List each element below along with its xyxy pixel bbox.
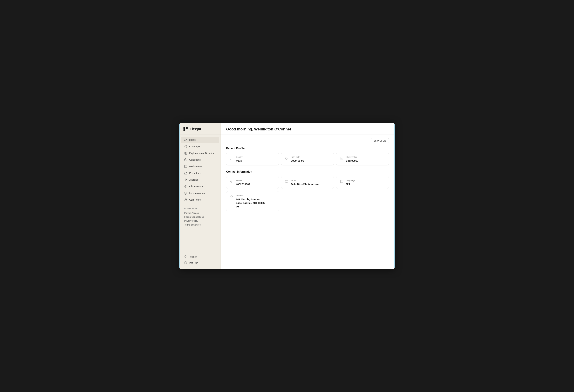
svg-point-17: [231, 157, 232, 158]
logo-area: Flexpa: [180, 123, 221, 135]
learn-more-section: LEARN MORE Patient Access Flexpa Connect…: [180, 205, 221, 227]
nav-label-coverage: Coverage: [189, 145, 200, 148]
svg-point-19: [341, 158, 341, 159]
heart-icon: [285, 157, 288, 160]
address-value: 747 Murphy Summit Lake Gabriel, MO 05855…: [236, 197, 265, 208]
contact-information-section: Contact Information Phone 4032613602: [226, 170, 389, 211]
svg-point-14: [185, 186, 186, 187]
refresh-icon: [184, 255, 187, 258]
gender-value: male: [236, 159, 243, 162]
eye-icon: [184, 185, 187, 188]
refresh-label: Refresh: [189, 255, 197, 258]
sidebar-bottom: Refresh Test Run: [180, 251, 221, 268]
sidebar-item-observations[interactable]: Observations: [181, 183, 219, 190]
sidebar-item-home[interactable]: Home: [181, 137, 219, 143]
phone-label: Phone: [236, 179, 250, 182]
id-card-icon: [340, 157, 344, 160]
nav-label-allergies: Allergies: [189, 178, 199, 181]
email-card: Email Dale.Bins@hotmail.com: [281, 176, 334, 189]
svg-rect-13: [184, 173, 187, 174]
patient-profile-title: Patient Profile: [226, 147, 389, 150]
contact-info-title: Contact Information: [226, 170, 389, 173]
nav-label-procedures: Procedures: [189, 172, 202, 175]
app-window: Flexpa Home Coverage E: [179, 123, 395, 269]
svg-rect-2: [184, 129, 185, 131]
person-icon: [230, 157, 234, 160]
sidebar-item-coverage[interactable]: Coverage: [181, 143, 219, 150]
home-icon: [184, 138, 187, 141]
email-label: Email: [291, 179, 320, 182]
birth-date-card: Birth Date 2020-11-02: [281, 153, 334, 165]
learn-more-label: LEARN MORE: [184, 208, 216, 210]
sidebar-item-eob[interactable]: Explanation of Benefits: [181, 150, 219, 157]
home-address-icon: [230, 195, 234, 199]
address-label: Address: [236, 195, 265, 197]
gender-card: Gender male: [226, 153, 279, 165]
logo-text: Flexpa: [190, 127, 201, 131]
learn-item-patient-access[interactable]: Patient Access: [184, 211, 216, 215]
phone-value: 4032613602: [236, 182, 250, 186]
svg-rect-18: [340, 157, 343, 159]
patient-profile-section: Patient Profile Gender male: [226, 147, 389, 165]
nav-label-home: Home: [189, 138, 196, 141]
sidebar: Flexpa Home Coverage E: [180, 123, 221, 269]
sidebar-item-medications[interactable]: Medications: [181, 163, 219, 170]
test-run-button[interactable]: Test Run: [183, 260, 217, 266]
nav-label-observations: Observations: [189, 185, 203, 188]
test-run-label: Test Run: [189, 262, 198, 264]
main-body: Show JSON Patient Profile Gender male: [221, 135, 394, 269]
identification-label: Identification: [346, 156, 358, 158]
sidebar-item-care-team[interactable]: Care Team: [181, 196, 219, 203]
refresh-button[interactable]: Refresh: [183, 254, 217, 260]
svg-point-16: [185, 262, 186, 263]
nav-label-eob: Explanation of Benefits: [189, 152, 214, 155]
sidebar-item-allergies[interactable]: Allergies: [181, 176, 219, 183]
identification-value: user00007: [346, 159, 358, 162]
nav-label-immunizations: Immunizations: [189, 192, 205, 195]
learn-item-privacy-policy[interactable]: Privacy Policy: [184, 219, 216, 223]
address-card: Address 747 Murphy Summit Lake Gabriel, …: [226, 191, 279, 211]
language-label: Language: [346, 179, 355, 182]
contact-cards: Phone 4032613602 Email Dale.Bins@hotmail…: [226, 176, 389, 189]
book-icon: [340, 180, 344, 184]
sidebar-nav: Home Coverage Explanation of Benefits: [180, 135, 221, 205]
plus-icon: [184, 158, 187, 161]
svg-rect-3: [185, 152, 187, 155]
monitor-icon: [285, 180, 288, 184]
sidebar-item-procedures[interactable]: Procedures: [181, 170, 219, 176]
page-title: Good morning, Wellington O'Conner: [226, 127, 389, 132]
email-value: Dale.Bins@hotmail.com: [291, 182, 320, 186]
learn-item-flexpa-connections[interactable]: Flexpa Connections: [184, 215, 216, 219]
receipt-icon: [184, 152, 187, 155]
logo-icon: [183, 127, 188, 132]
phone-icon: [230, 180, 234, 184]
patient-profile-cards: Gender male Birth Date 2020-11-02: [226, 153, 389, 165]
nav-label-medications: Medications: [189, 165, 202, 168]
gear-icon: [184, 261, 187, 264]
pill-icon: [184, 165, 187, 168]
svg-rect-10: [184, 165, 187, 168]
phone-card: Phone 4032613602: [226, 176, 279, 189]
svg-rect-0: [184, 127, 185, 129]
shield-check-icon: [184, 192, 187, 195]
svg-rect-1: [186, 127, 187, 129]
show-json-button[interactable]: Show JSON: [371, 138, 389, 143]
nav-label-care-team: Care Team: [189, 198, 201, 201]
users-icon: [184, 198, 187, 201]
language-card: Language N/A: [336, 176, 389, 189]
zap-icon: [184, 178, 187, 181]
nav-label-conditions: Conditions: [189, 158, 201, 161]
sidebar-item-immunizations[interactable]: Immunizations: [181, 190, 219, 196]
svg-point-15: [185, 198, 186, 200]
building-icon: [184, 172, 187, 175]
main-header: Good morning, Wellington O'Conner: [221, 123, 394, 135]
sidebar-item-conditions[interactable]: Conditions: [181, 157, 219, 163]
main-content: Good morning, Wellington O'Conner Show J…: [221, 123, 394, 269]
learn-item-terms-of-service[interactable]: Terms of Service: [184, 223, 216, 227]
shield-icon: [184, 145, 187, 148]
language-value: N/A: [346, 182, 355, 186]
identification-card: Identification user00007: [336, 153, 389, 165]
svg-rect-22: [285, 180, 288, 182]
birth-date-value: 2020-11-02: [291, 159, 304, 162]
birth-date-label: Birth Date: [291, 156, 304, 158]
